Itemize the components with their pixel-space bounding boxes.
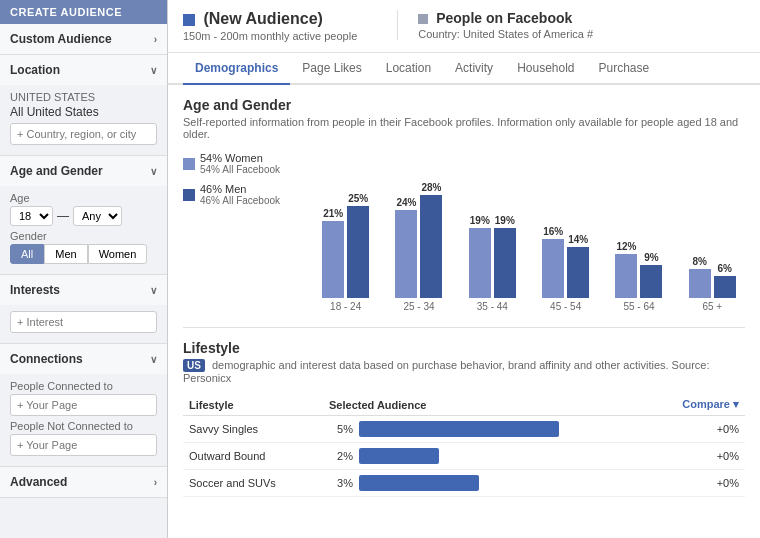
interests-chevron: ∨ [150, 285, 157, 296]
men-bar [567, 247, 589, 298]
men-legend: 46% Men 46% All Facebook [183, 183, 293, 206]
men-bar-wrapper: 9% [640, 168, 662, 298]
gender-women-button[interactable]: Women [88, 244, 148, 264]
gender-all-button[interactable]: All [10, 244, 44, 264]
women-bar-wrapper: 12% [615, 168, 637, 298]
not-connected-input[interactable] [10, 434, 157, 456]
connections-header[interactable]: Connections ∨ [0, 344, 167, 374]
bar-chart: 21% 25% 18 - 24 24% 28% 25 - 34 19% [313, 152, 745, 312]
people-on-facebook-section: People on Facebook Country: United State… [397, 10, 593, 40]
age-gender-label: Age and Gender [10, 164, 103, 178]
connections-content: People Connected to People Not Connected… [0, 374, 167, 466]
men-legend-text: 46% Men 46% All Facebook [200, 183, 280, 206]
women-bar-label: 12% [616, 241, 636, 252]
tab-location[interactable]: Location [374, 53, 443, 85]
lifestyle-badge: US [183, 359, 205, 372]
connected-input[interactable] [10, 394, 157, 416]
lifestyle-change: +0% [665, 416, 745, 443]
bar-group-label: 45 - 54 [550, 301, 581, 312]
demographics-content: Age and Gender Self-reported information… [168, 85, 760, 509]
women-bar-label: 16% [543, 226, 563, 237]
advanced-header[interactable]: Advanced › [0, 467, 167, 497]
bar-group-bars: 21% 25% [313, 168, 378, 298]
age-gender-header[interactable]: Age and Gender ∨ [0, 156, 167, 186]
interests-content [0, 305, 167, 343]
women-bar [689, 269, 711, 298]
age-from-select[interactable]: 18 [10, 206, 53, 226]
advanced-label: Advanced [10, 475, 67, 489]
custom-audience-chevron: › [154, 34, 157, 45]
connections-label: Connections [10, 352, 83, 366]
tabs-bar: Demographics Page Likes Location Activit… [168, 53, 760, 85]
age-label: Age [10, 192, 157, 204]
women-bar-wrapper: 19% [469, 168, 491, 298]
bar-group: 19% 19% 35 - 44 [460, 168, 525, 312]
bar-group: 24% 28% 25 - 34 [386, 168, 451, 312]
men-bar-label: 25% [348, 193, 368, 204]
bar-group-bars: 19% 19% [460, 168, 525, 298]
men-bar [714, 276, 736, 298]
women-bar [322, 221, 344, 298]
new-audience-size: 150m - 200m monthly active people [183, 30, 357, 42]
lifestyle-row-bar: 5% [323, 416, 665, 443]
people-connected-label: People Connected to [10, 380, 157, 392]
women-bar-label: 21% [323, 208, 343, 219]
women-legend-text: 54% Women 54% All Facebook [200, 152, 280, 175]
compare-col-header[interactable]: Compare ▾ [665, 394, 745, 416]
bar-group-bars: 16% 14% [533, 168, 598, 298]
interests-header[interactable]: Interests ∨ [0, 275, 167, 305]
lifestyle-bar-fill [359, 421, 559, 437]
location-header[interactable]: Location ∨ [0, 55, 167, 85]
men-bar [640, 265, 662, 298]
lifestyle-col-header: Lifestyle [183, 394, 323, 416]
women-bar-wrapper: 8% [689, 168, 711, 298]
age-gender-title: Age and Gender [183, 97, 745, 113]
interests-label: Interests [10, 283, 60, 297]
age-to-select[interactable]: Any [73, 206, 122, 226]
gender-men-button[interactable]: Men [44, 244, 87, 264]
lifestyle-bar-fill [359, 475, 479, 491]
tab-purchase[interactable]: Purchase [587, 53, 662, 85]
age-gender-section: Age and Gender Self-reported information… [183, 97, 745, 312]
lifestyle-row-bar: 2% [323, 443, 665, 470]
new-audience-icon [183, 14, 195, 26]
lifestyle-bar-fill [359, 448, 439, 464]
sidebar: CREATE AUDIENCE Custom Audience › Locati… [0, 0, 168, 538]
tab-page-likes[interactable]: Page Likes [290, 53, 373, 85]
age-gender-desc: Self-reported information from people in… [183, 116, 745, 140]
custom-audience-header[interactable]: Custom Audience › [0, 24, 167, 54]
lifestyle-row-name: Savvy Singles [183, 416, 323, 443]
women-bar-wrapper: 24% [395, 168, 417, 298]
men-bar [494, 228, 516, 298]
tab-household[interactable]: Household [505, 53, 586, 85]
tab-demographics[interactable]: Demographics [183, 53, 290, 85]
tab-activity[interactable]: Activity [443, 53, 505, 85]
people-country: Country: United States of America # [418, 28, 593, 40]
men-bar-wrapper: 14% [567, 168, 589, 298]
women-bar-label: 19% [470, 215, 490, 226]
lifestyle-row-name: Soccer and SUVs [183, 470, 323, 497]
location-input[interactable] [10, 123, 157, 145]
women-bar [469, 228, 491, 298]
custom-audience-label: Custom Audience [10, 32, 112, 46]
men-bar-wrapper: 6% [714, 168, 736, 298]
bar-group-label: 55 - 64 [623, 301, 654, 312]
sidebar-section-connections: Connections ∨ People Connected to People… [0, 344, 167, 467]
men-bar [420, 195, 442, 298]
new-audience-title: (New Audience) [183, 10, 357, 28]
location-content: UNITED STATES All United States [0, 85, 167, 155]
selected-audience-col-header: Selected Audience [323, 394, 665, 416]
women-bar-label: 8% [693, 256, 707, 267]
bar-group-bars: 8% 6% [680, 168, 745, 298]
country-label: UNITED STATES [10, 91, 157, 103]
lifestyle-row: Outward Bound 2% +0% [183, 443, 745, 470]
men-bar-label: 9% [644, 252, 658, 263]
chart-area: 54% Women 54% All Facebook 46% Men 46% A… [183, 152, 745, 312]
women-bar-wrapper: 21% [322, 168, 344, 298]
men-bar-label: 28% [421, 182, 441, 193]
advanced-chevron: › [154, 477, 157, 488]
audience-header: (New Audience) 150m - 200m monthly activ… [168, 0, 760, 53]
interests-input[interactable] [10, 311, 157, 333]
lifestyle-title: Lifestyle [183, 340, 745, 356]
gender-label: Gender [10, 230, 157, 242]
